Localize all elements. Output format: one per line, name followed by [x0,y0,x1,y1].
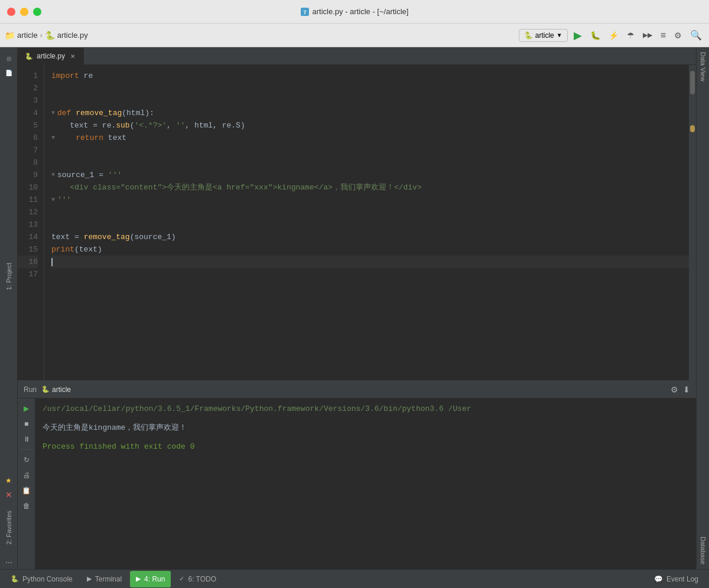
editor-scrollbar[interactable] [689,65,696,380]
run-output-line: 今天的主角是kingname，我们掌声欢迎！ [43,422,689,434]
run-label: 4: Run [144,575,165,583]
code-line-9: ▼ source_1 = ''' [51,169,689,181]
terminal-label: Terminal [95,575,122,583]
code-content[interactable]: import re ▼ def remove_tag(html): text =… [44,65,689,380]
run-config-icon: 🐍 [524,31,533,40]
build-button[interactable]: ≡ [658,29,668,42]
event-log-icon: 💬 [654,575,663,583]
tab-label: article.py [37,52,65,60]
tab-terminal[interactable]: ▶ Terminal [81,571,128,587]
bottom-bar: 🐍 Python Console ▶ Terminal ▶ 4: Run ✓ 6… [0,569,709,588]
run-download-icon[interactable]: ⬇ [683,385,690,394]
run-divider [21,449,32,450]
sidebar-icon-more[interactable]: ⋯ [2,556,15,569]
title-text: article.py - article - [~/article] [313,7,409,16]
code-line-5: text = re.sub('<.*?>', '', html, re.S) [51,119,689,132]
run-panel: Run 🐍 article ⚙ ⬇ ▶ ■ ⏸ [18,380,696,569]
breadcrumb-separator: › [40,31,43,40]
run-header-icons: ⚙ ⬇ [671,385,690,394]
window-title: 7 article.py - article - [~/article] [301,7,409,16]
tab-python-console[interactable]: 🐍 Python Console [5,571,79,587]
run-pause-btn[interactable]: ⏸ [20,433,33,446]
code-line-11: ▼ ''' [51,194,689,206]
tab-article-py[interactable]: 🐍 article.py ✕ [18,48,84,64]
file-icon: 7 [301,8,309,16]
right-sidebar-database[interactable]: Database [698,532,708,569]
run-label: Run [24,386,37,394]
run-button[interactable]: ▶ [571,28,584,43]
code-line-17 [51,268,689,280]
svg-text:7: 7 [303,9,306,15]
run-icon: ▶ [136,575,141,583]
sidebar-item-favorites[interactable]: 2: Favorites [4,506,14,549]
run-stop-btn[interactable]: ■ [20,417,33,430]
code-line-13 [51,218,689,231]
todo-icon: ✓ [179,575,184,583]
more-run-button[interactable]: ▶▶ [640,30,655,40]
code-line-6: ▼ return text [51,132,689,144]
run-output: /usr/local/Cellar/python/3.6.5_1/Framewo… [35,398,696,569]
run-tab-label: article [52,386,71,394]
run-spacer-1 [43,415,689,422]
python-file-icon: 🐍 [45,31,55,40]
run-print-btn[interactable]: 🖨 [20,469,33,482]
code-editor: 1 2 3 4 5 6 7 8 9 10 11 12 13 14 15 16 1… [18,65,696,380]
folder-icon: 📁 [5,31,15,40]
settings-button[interactable]: ⚙ [672,30,684,41]
code-line-4: ▼ def remove_tag(html): [51,107,689,119]
tab-event-log[interactable]: 💬 Event Log [648,571,704,587]
terminal-icon: ▶ [87,575,92,583]
run-path-line: /usr/local/Cellar/python/3.6.5_1/Framewo… [43,403,689,415]
sidebar-item-project[interactable]: 1: Project [4,258,14,295]
coverage-button[interactable]: ☂ [625,30,637,41]
code-line-15: print(text) [51,243,689,256]
code-line-12 [51,206,689,218]
tab-icon: 🐍 [25,53,33,60]
run-config-label: article [535,31,554,40]
profile-button[interactable]: ⚡ [606,30,621,41]
main-toolbar: 📁 article › 🐍 article.py 🐍 article ▼ ▶ 🐛… [0,24,709,47]
sidebar-icon-star[interactable]: ★ [2,474,15,487]
sidebar-icon-x[interactable]: ✕ [2,488,15,501]
todo-label: 6: TODO [188,575,216,583]
code-line-1: import re [51,70,689,82]
breadcrumb-folder[interactable]: 📁 article [5,31,38,40]
line-numbers: 1 2 3 4 5 6 7 8 9 10 11 12 13 14 15 16 1… [18,65,44,380]
right-sidebar-dataview[interactable]: Data View [698,47,708,86]
code-line-8 [51,156,689,169]
left-sidebar: ⊞ 📄 1: Project ★ ✕ 2: Favorites ⋯ [0,47,18,569]
run-copy-btn[interactable]: 📋 [20,484,33,497]
python-console-label: Python Console [22,575,73,583]
tab-todo[interactable]: ✓ 6: TODO [173,571,222,587]
tab-close-button[interactable]: ✕ [69,52,77,60]
scrollbar-thumb[interactable] [690,71,695,94]
sidebar-icon-1[interactable]: ⊞ [2,52,15,65]
run-settings-icon[interactable]: ⚙ [671,385,678,394]
run-clear-btn[interactable]: 🗑 [20,499,33,512]
code-line-14: text = remove_tag(source_1) [51,231,689,243]
debug-button[interactable]: 🐛 [588,30,603,41]
maximize-button[interactable] [33,8,41,16]
code-line-10: <div class="content">今天的主角是<a href="xxx"… [51,181,689,194]
run-tab-article[interactable]: 🐍 article [41,386,71,394]
code-line-2 [51,82,689,94]
run-exit-line: Process finished with exit code 0 [43,441,689,453]
run-spacer-2 [43,434,689,441]
breadcrumb: 📁 article › 🐍 article.py [5,31,516,40]
toolbar-right: 🐍 article ▼ ▶ 🐛 ⚡ ☂ ▶▶ ≡ ⚙ 🔍 [519,28,704,43]
tab-run[interactable]: ▶ 4: Run [130,571,171,587]
tab-bar: 🐍 article.py ✕ [18,47,696,65]
run-rerun-btn[interactable]: ↻ [20,453,33,466]
scrollbar-minimap[interactable] [690,125,695,132]
run-config-selector[interactable]: 🐍 article ▼ [519,29,568,42]
minimize-button[interactable] [20,8,28,16]
search-button[interactable]: 🔍 [688,28,704,42]
code-line-16 [51,256,689,268]
run-header-row: Run 🐍 article ⚙ ⬇ [24,386,690,394]
run-play-btn[interactable]: ▶ [20,402,33,415]
close-button[interactable] [7,8,15,16]
sidebar-icon-2[interactable]: 📄 [2,66,15,79]
code-line-7 [51,144,689,156]
run-panel-content: ▶ ■ ⏸ ↻ 🖨 📋 🗑 /usr/local/Cellar/python/3… [18,398,696,569]
breadcrumb-file[interactable]: 🐍 article.py [45,31,88,40]
